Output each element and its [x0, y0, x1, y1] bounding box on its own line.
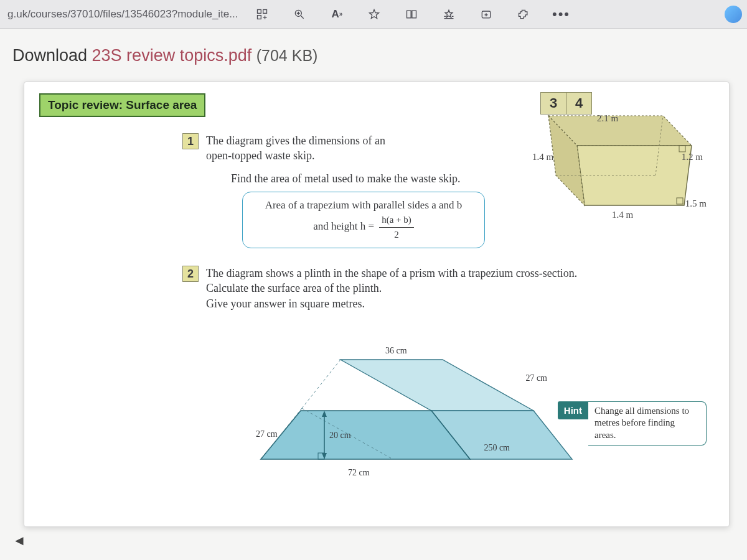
skip-label-bottom: 1.4 m — [612, 210, 633, 220]
formula-prefix: and height h = — [313, 220, 374, 232]
download-link[interactable]: 23S review topics.pdf — [92, 46, 252, 65]
formula-line1: Area of a trapezium with parallel sides … — [254, 197, 473, 213]
toolbar-icon-group: A» ••• — [255, 6, 742, 23]
q2-line2: Calculate the surface area of the plinth… — [206, 282, 382, 294]
q1-text-a: The diagram gives the dimensions of an — [206, 134, 385, 147]
svg-rect-10 — [407, 11, 411, 18]
download-size: (704 KB) — [256, 47, 318, 64]
skip-label-bottom-right: 1.5 m — [685, 198, 707, 209]
back-chevron-icon[interactable]: ◄ — [12, 533, 26, 549]
more-icon[interactable]: ••• — [554, 7, 568, 21]
question-2-number: 2 — [182, 266, 199, 282]
svg-rect-2 — [258, 15, 261, 19]
browser-toolbar: g.uk/courses/37010/files/13546023?module… — [0, 0, 747, 29]
question-2-text: The diagram shows a plinth in the shape … — [206, 266, 577, 311]
prism-slant: 27 cm — [256, 429, 278, 439]
svg-marker-28 — [341, 360, 533, 411]
formula-line2: and height h = h(a + b) 2 — [254, 213, 473, 241]
skip-label-left: 1.4 m — [532, 152, 553, 162]
skip-label-top: 2.1 m — [597, 113, 618, 124]
read-aloud-icon[interactable]: A» — [330, 7, 344, 21]
q2-line3: Give your answer in square metres. — [206, 297, 365, 310]
prism-diagram: 36 cm 27 cm 250 cm 27 cm 20 cm 72 cm — [223, 337, 591, 493]
question-1-number: 1 — [182, 133, 199, 149]
collections-icon[interactable] — [479, 7, 493, 21]
hint-text: Change all dimensions to metres before f… — [588, 401, 707, 446]
hint-box: Hint Change all dimensions to metres bef… — [558, 401, 707, 446]
svg-line-6 — [301, 16, 304, 18]
topic-label: Topic review: Surface area — [39, 93, 205, 117]
formula-denominator: 2 — [379, 228, 414, 242]
skip-diagram: 2.1 m 1.4 m 1.2 m 1.4 m 1.5 m — [519, 108, 699, 228]
svg-line-32 — [302, 360, 341, 408]
q2-line1: The diagram shows a plinth in the shape … — [206, 267, 577, 279]
prism-base: 72 cm — [348, 468, 370, 478]
formula-numerator: h(a + b) — [379, 213, 414, 228]
prism-length: 250 cm — [484, 443, 510, 453]
grid-icon[interactable] — [255, 7, 269, 21]
favorites-icon[interactable] — [442, 7, 456, 21]
formula-box: Area of a trapezium with parallel sides … — [242, 192, 485, 249]
worksheet-card: Topic review: Surface area 3 4 — [24, 82, 730, 527]
svg-marker-12 — [446, 10, 453, 17]
prism-top: 36 cm — [385, 346, 407, 356]
address-bar[interactable]: g.uk/courses/37010/files/13546023?module… — [5, 8, 238, 21]
svg-marker-9 — [370, 9, 379, 18]
page-content: Download 23S review topics.pdf (704 KB) … — [0, 29, 747, 560]
q1-text-b: open-topped waste skip. — [206, 149, 314, 162]
profile-avatar[interactable] — [725, 6, 742, 23]
star-icon[interactable] — [367, 7, 381, 21]
hint-badge: Hint — [558, 401, 588, 419]
svg-rect-1 — [263, 9, 267, 13]
question-2: 2 The diagram shows a plinth in the shap… — [182, 266, 714, 311]
prism-right-depth: 27 cm — [525, 373, 547, 383]
question-1-text: The diagram gives the dimensions of an o… — [206, 133, 385, 164]
svg-rect-11 — [412, 11, 416, 18]
prism-height: 20 cm — [329, 431, 351, 441]
download-prefix: Download — [12, 46, 92, 65]
download-header: Download 23S review topics.pdf (704 KB) — [9, 46, 730, 82]
zoom-icon[interactable] — [293, 7, 306, 21]
svg-rect-0 — [258, 9, 261, 13]
formula-fraction: h(a + b) 2 — [379, 213, 414, 241]
skip-label-right: 1.2 m — [682, 152, 703, 162]
split-icon[interactable] — [405, 7, 418, 21]
extensions-icon[interactable] — [517, 7, 530, 21]
